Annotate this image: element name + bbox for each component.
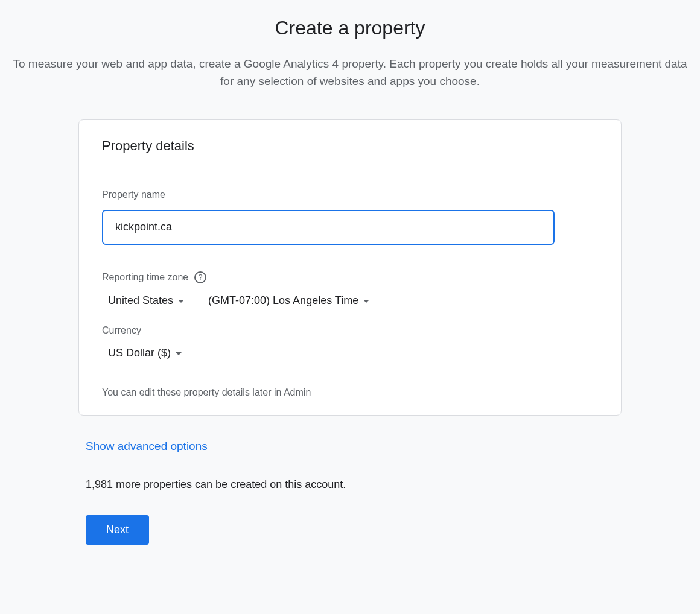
page-title: Create a property	[0, 0, 700, 42]
country-dropdown[interactable]: United States	[108, 294, 184, 307]
timezone-dropdown-value: (GMT-07:00) Los Angeles Time	[208, 294, 358, 307]
currency-label: Currency	[102, 325, 598, 336]
card-body: Property name Reporting time zone ? Unit…	[79, 171, 621, 415]
currency-dropdown[interactable]: US Dollar ($)	[108, 347, 182, 359]
caret-down-icon	[176, 352, 182, 355]
property-name-input[interactable]	[102, 210, 555, 245]
show-advanced-options-link[interactable]: Show advanced options	[86, 440, 208, 453]
timezone-dropdown[interactable]: (GMT-07:00) Los Angeles Time	[208, 294, 369, 307]
edit-later-hint: You can edit these property details late…	[102, 387, 598, 398]
caret-down-icon	[178, 300, 184, 303]
help-icon[interactable]: ?	[194, 271, 206, 283]
currency-dropdown-value: US Dollar ($)	[108, 347, 171, 359]
country-dropdown-value: United States	[108, 294, 173, 307]
property-name-label: Property name	[102, 189, 598, 200]
card-title: Property details	[102, 138, 598, 154]
card-header: Property details	[79, 120, 621, 171]
next-button[interactable]: Next	[86, 515, 149, 545]
property-details-card: Property details Property name Reporting…	[78, 119, 622, 416]
caret-down-icon	[363, 300, 369, 303]
timezone-label-text: Reporting time zone	[102, 272, 188, 283]
timezone-label: Reporting time zone ?	[102, 271, 598, 283]
quota-text: 1,981 more properties can be created on …	[86, 478, 622, 491]
page-subtitle: To measure your web and app data, create…	[0, 42, 700, 90]
